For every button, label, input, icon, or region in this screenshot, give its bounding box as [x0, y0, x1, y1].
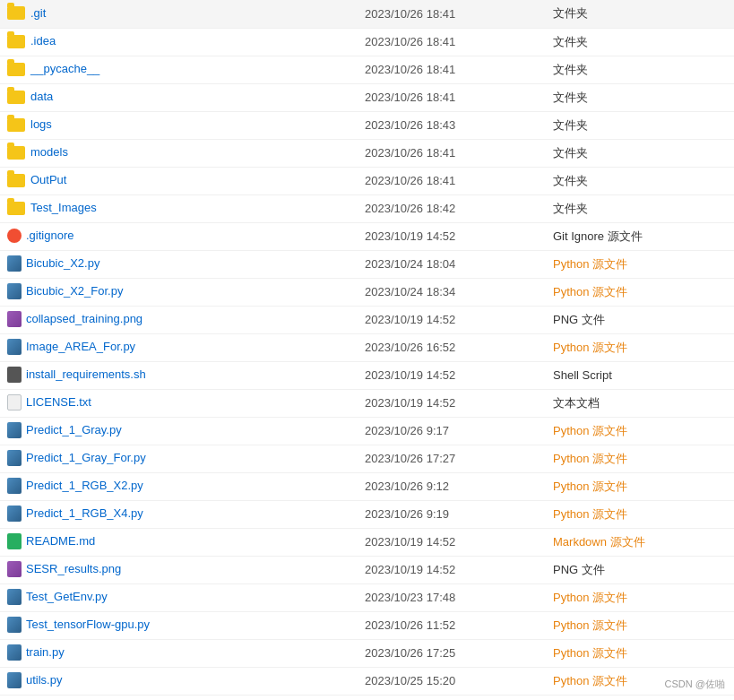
table-row[interactable]: README.md2023/10/19 14:52Markdown 源文件 [0, 528, 734, 556]
file-icon [7, 422, 22, 438]
file-type: PNG 文件 [546, 556, 734, 583]
table-row[interactable]: Predict_1_RGB_X4.py2023/10/26 9:19Python… [0, 500, 734, 528]
folder-icon [7, 6, 25, 20]
file-icon [7, 339, 22, 355]
file-date: 2023/10/24 18:34 [358, 278, 546, 306]
table-row[interactable]: Image_AREA_For.py2023/10/26 16:52Python … [0, 333, 734, 361]
table-row[interactable]: Test_Images2023/10/26 18:42文件夹 [0, 194, 734, 222]
file-icon [7, 506, 22, 522]
table-row[interactable]: LICENSE.txt2023/10/19 14:52文本文档 [0, 389, 734, 417]
file-date: 2023/10/24 18:04 [358, 250, 546, 278]
folder-icon [7, 202, 25, 215]
file-date: 2023/10/26 18:41 [358, 28, 546, 56]
file-name[interactable]: Test_GetEnv.py [26, 590, 108, 603]
file-date: 2023/10/26 18:41 [358, 139, 546, 167]
file-type: Python 源文件 [546, 250, 734, 278]
file-name[interactable]: install_requirements.sh [26, 367, 146, 381]
file-type: 文件夹 [546, 56, 734, 83]
file-date: 2023/10/26 11:52 [358, 611, 546, 639]
file-name[interactable]: Predict_1_RGB_X4.py [26, 506, 143, 520]
table-row[interactable]: train.py2023/10/26 17:25Python 源文件 [0, 639, 734, 667]
file-type: 文件夹 [546, 0, 734, 28]
file-name[interactable]: Predict_1_Gray_For.py [26, 451, 146, 464]
file-icon [7, 672, 22, 688]
table-row[interactable]: Bicubic_X2.py2023/10/24 18:04Python 源文件 [0, 250, 734, 278]
file-date: 2023/10/26 17:27 [358, 445, 546, 472]
file-type: 文件夹 [546, 139, 734, 167]
file-icon [7, 478, 22, 494]
file-type: Python 源文件 [546, 445, 734, 472]
file-name[interactable]: .idea [30, 34, 56, 48]
table-row[interactable]: Test_GetEnv.py2023/10/23 17:48Python 源文件 [0, 583, 734, 611]
file-icon [7, 589, 22, 605]
folder-icon [7, 174, 25, 187]
table-row[interactable]: models2023/10/26 18:41文件夹 [0, 139, 734, 167]
file-type: Python 源文件 [546, 333, 734, 361]
table-row[interactable]: Predict_1_Gray.py2023/10/26 9:17Python 源… [0, 417, 734, 445]
folder-icon [7, 118, 25, 132]
file-date: 2023/10/26 17:25 [358, 639, 546, 667]
file-name[interactable]: Predict_1_Gray.py [26, 423, 122, 436]
file-name[interactable]: Bicubic_X2.py [26, 256, 99, 270]
table-row[interactable]: SESR_results.png2023/10/19 14:52PNG 文件 [0, 556, 734, 583]
file-date: 2023/10/26 9:19 [358, 500, 546, 528]
file-type: 文件夹 [546, 167, 734, 194]
file-type: Git Ignore 源文件 [546, 222, 734, 250]
table-row[interactable]: Test_tensorFlow-gpu.py2023/10/26 11:52Py… [0, 611, 734, 639]
file-type: 文本文档 [546, 389, 734, 417]
file-name[interactable]: data [30, 90, 53, 103]
folder-icon [7, 91, 25, 104]
table-row[interactable]: data2023/10/26 18:41文件夹 [0, 83, 734, 111]
watermark: CSDN @佐啪 [665, 678, 725, 691]
file-name[interactable]: Predict_1_RGB_X2.py [26, 479, 143, 492]
table-row[interactable]: Predict_1_Gray_For.py2023/10/26 17:27Pyt… [0, 445, 734, 472]
file-type: Python 源文件 [546, 639, 734, 667]
folder-icon [7, 35, 25, 48]
file-type: Python 源文件 [546, 583, 734, 611]
folder-icon [7, 146, 25, 160]
file-name[interactable]: Test_tensorFlow-gpu.py [26, 618, 150, 631]
file-date: 2023/10/19 14:52 [358, 306, 546, 333]
file-date: 2023/10/26 18:41 [358, 0, 546, 28]
file-date: 2023/10/19 14:52 [358, 556, 546, 583]
table-row[interactable]: collapsed_training.png2023/10/19 14:52PN… [0, 306, 734, 333]
file-name[interactable]: .gitignore [26, 229, 73, 242]
file-name[interactable]: .git [30, 6, 46, 20]
file-name[interactable]: train.py [26, 645, 65, 659]
file-icon [7, 255, 22, 272]
file-icon [7, 644, 22, 661]
file-name[interactable]: README.md [26, 534, 95, 548]
file-name[interactable]: Bicubic_X2_For.py [26, 284, 123, 298]
file-date: 2023/10/26 9:17 [358, 417, 546, 445]
table-row[interactable]: .gitignore2023/10/19 14:52Git Ignore 源文件 [0, 222, 734, 250]
file-type: 文件夹 [546, 83, 734, 111]
file-name[interactable]: utils.py [26, 673, 62, 687]
table-row[interactable]: OutPut2023/10/26 18:41文件夹 [0, 167, 734, 194]
table-row[interactable]: logs2023/10/26 18:43文件夹 [0, 111, 734, 139]
table-row[interactable]: .git2023/10/26 18:41文件夹 [0, 0, 734, 28]
file-icon [7, 617, 22, 633]
file-date: 2023/10/19 14:52 [358, 222, 546, 250]
file-name[interactable]: Test_Images [30, 201, 97, 214]
table-row[interactable]: Bicubic_X2_For.py2023/10/24 18:34Python … [0, 278, 734, 306]
table-row[interactable]: utils.py2023/10/25 15:20Python 源文件 [0, 667, 734, 695]
file-icon [7, 367, 22, 383]
file-name[interactable]: OutPut [30, 173, 66, 186]
file-icon [7, 561, 22, 577]
file-name[interactable]: models [30, 145, 68, 159]
file-name[interactable]: SESR_results.png [26, 562, 121, 575]
table-row[interactable]: .idea2023/10/26 18:41文件夹 [0, 28, 734, 56]
file-type: 文件夹 [546, 194, 734, 222]
table-row[interactable]: install_requirements.sh2023/10/19 14:52S… [0, 361, 734, 389]
file-name[interactable]: logs [30, 117, 52, 131]
file-icon [7, 229, 22, 243]
file-name[interactable]: collapsed_training.png [26, 312, 142, 325]
file-icon [7, 394, 22, 410]
file-name[interactable]: LICENSE.txt [26, 395, 91, 409]
table-row[interactable]: Predict_1_RGB_X2.py2023/10/26 9:12Python… [0, 472, 734, 500]
folder-icon [7, 63, 25, 76]
file-name[interactable]: Image_AREA_For.py [26, 340, 135, 353]
file-type: PNG 文件 [546, 306, 734, 333]
file-name[interactable]: __pycache__ [30, 62, 99, 75]
table-row[interactable]: __pycache__2023/10/26 18:41文件夹 [0, 56, 734, 83]
